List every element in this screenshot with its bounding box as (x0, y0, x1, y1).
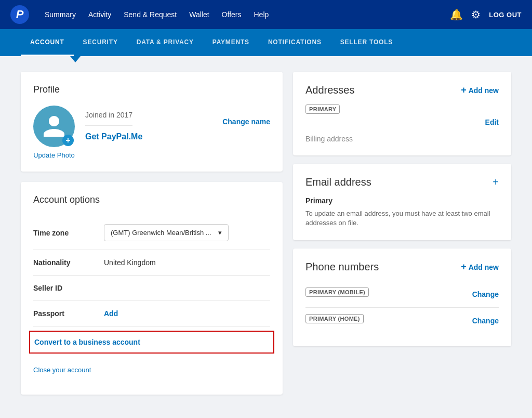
phone-mobile-change[interactable]: Change (472, 290, 499, 298)
paypal-logo: P (10, 5, 29, 24)
phone-card: Phone numbers + Add new PRIMARY (MOBILE)… (293, 249, 511, 346)
phone-title: Phone numbers (305, 261, 379, 273)
phone-mobile-badge: PRIMARY (MOBILE) (305, 288, 369, 297)
subnav-data-privacy[interactable]: DATA & PRIVACY (127, 29, 203, 56)
profile-title: Profile (33, 84, 270, 95)
addresses-title: Addresses (305, 84, 355, 96)
user-silhouette-icon (41, 113, 67, 139)
sub-nav: ACCOUNT SECURITY DATA & PRIVACY PAYMENTS… (0, 29, 532, 56)
email-primary-label: Primary (305, 197, 499, 205)
right-column: Addresses + Add new PRIMARY Edit Billing… (293, 72, 511, 395)
addresses-card: Addresses + Add new PRIMARY Edit Billing… (293, 72, 511, 155)
timezone-row: Time zone (GMT) Greenwich Mean/British .… (33, 216, 270, 250)
phone-home-change[interactable]: Change (472, 317, 499, 325)
top-nav-links: Summary Activity Send & Request Wallet O… (45, 10, 450, 19)
nav-offers[interactable]: Offers (222, 10, 242, 19)
email-header: Email address + (305, 176, 499, 188)
email-title: Email address (305, 176, 371, 188)
nav-summary[interactable]: Summary (45, 10, 76, 19)
seller-id-row: Seller ID (33, 276, 270, 301)
top-nav: P Summary Activity Send & Request Wallet… (0, 0, 532, 29)
address-primary-badge: PRIMARY (305, 104, 340, 114)
profile-top-row: Joined in 2017 Change name (85, 111, 270, 132)
passport-row: Passport Add (33, 301, 270, 326)
billing-address-label: Billing address (305, 135, 499, 143)
convert-business-link[interactable]: Convert to a business account (34, 338, 140, 346)
passport-label: Passport (33, 309, 96, 318)
address-edit-link[interactable]: Edit (305, 118, 499, 126)
change-name-link[interactable]: Change name (222, 117, 270, 126)
phone-add-new[interactable]: + Add new (461, 262, 499, 272)
email-card: Email address + Primary To update an ema… (293, 164, 511, 240)
paypal-me-link[interactable]: Get PayPal.Me (85, 132, 270, 141)
phone-home-badge: PRIMARY (HOME) (305, 314, 364, 323)
passport-add-link[interactable]: Add (104, 309, 118, 318)
top-right-actions: 🔔 ⚙ LOG OUT (450, 8, 522, 21)
subnav-account[interactable]: ACCOUNT (21, 29, 74, 56)
profile-section: + Update Photo Joined in 2017 Change nam… (33, 106, 270, 159)
close-account-link[interactable]: Close your account (33, 358, 270, 382)
profile-card: Profile + Update Photo Joined in 2017 Ch… (21, 72, 283, 172)
phone-row-home: PRIMARY (HOME) Change (305, 308, 499, 334)
email-note: To update an email address, you must hav… (305, 209, 499, 228)
nav-send-request[interactable]: Send & Request (124, 10, 177, 19)
logout-button[interactable]: LOG OUT (489, 11, 522, 19)
chevron-down-icon: ▾ (218, 229, 222, 237)
bell-icon[interactable]: 🔔 (450, 8, 463, 21)
timezone-label: Time zone (33, 229, 96, 237)
nationality-row: Nationality United Kingdom (33, 250, 270, 276)
nav-help[interactable]: Help (254, 10, 269, 19)
timezone-select[interactable]: (GMT) Greenwich Mean/British ... ▾ (104, 224, 229, 241)
nav-activity[interactable]: Activity (88, 10, 111, 19)
plus-icon: + (461, 85, 467, 96)
subnav-security[interactable]: SECURITY (74, 29, 127, 56)
phone-header: Phone numbers + Add new (305, 261, 499, 273)
avatar-plus-icon: + (62, 135, 74, 146)
avatar: + (33, 106, 75, 147)
address-primary-section: PRIMARY Edit (305, 104, 499, 126)
convert-business-row: Convert to a business account (29, 331, 274, 354)
plus-icon: + (461, 262, 467, 272)
joined-text: Joined in 2017 (85, 111, 132, 126)
addresses-add-new[interactable]: + Add new (461, 85, 499, 96)
email-add-icon[interactable]: + (493, 176, 499, 188)
account-options-title: Account options (33, 194, 270, 205)
left-column: Profile + Update Photo Joined in 2017 Ch… (21, 72, 283, 395)
avatar-container[interactable]: + Update Photo (33, 106, 75, 159)
seller-id-label: Seller ID (33, 284, 96, 292)
account-options-card: Account options Time zone (GMT) Greenwic… (21, 182, 283, 395)
phone-row-mobile: PRIMARY (MOBILE) Change (305, 281, 499, 308)
profile-info: Joined in 2017 Change name Get PayPal.Me (85, 106, 270, 141)
subnav-notifications[interactable]: NOTIFICATIONS (259, 29, 331, 56)
nav-wallet[interactable]: Wallet (189, 10, 209, 19)
nationality-value: United Kingdom (104, 258, 270, 267)
timezone-value: (GMT) Greenwich Mean/British ... (111, 229, 214, 237)
gear-icon[interactable]: ⚙ (471, 8, 481, 21)
main-content: Profile + Update Photo Joined in 2017 Ch… (0, 56, 532, 410)
subnav-payments[interactable]: PAYMENTS (203, 29, 259, 56)
subnav-seller-tools[interactable]: SELLER TOOLS (331, 29, 402, 56)
update-photo-label[interactable]: Update Photo (33, 151, 75, 159)
nationality-label: Nationality (33, 258, 96, 267)
addresses-header: Addresses + Add new (305, 84, 499, 96)
